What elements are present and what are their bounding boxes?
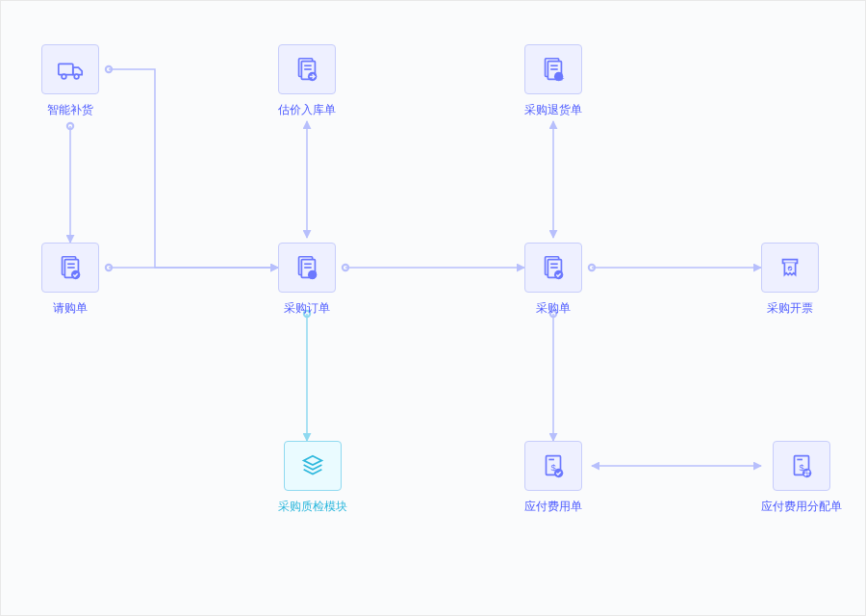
node-label: 应付费用分配单 xyxy=(761,499,842,515)
node-label: 采购退货单 xyxy=(524,102,582,118)
doc-arrow-icon xyxy=(278,44,336,94)
invoice-icon xyxy=(761,243,819,293)
doc-check-icon xyxy=(41,243,99,293)
doc-check-icon xyxy=(524,243,582,293)
node-payable-alloc[interactable]: $ 应付费用分配单 xyxy=(761,441,842,515)
doc-return-icon: 退 xyxy=(524,44,582,94)
node-label: 估价入库单 xyxy=(278,102,336,118)
node-purchase-invoice[interactable]: 采购开票 xyxy=(761,243,819,317)
node-purchase-return[interactable]: 退 采购退货单 xyxy=(524,44,582,118)
node-label: 采购开票 xyxy=(767,300,813,317)
node-payable[interactable]: $ 应付费用单 xyxy=(524,441,582,515)
svg-text:退: 退 xyxy=(555,73,563,80)
truck-icon xyxy=(41,44,99,94)
svg-point-49 xyxy=(802,469,811,477)
node-purchase-order[interactable]: 订 采购订单 xyxy=(278,243,336,317)
svg-text:订: 订 xyxy=(309,271,316,278)
node-purchase-request[interactable]: 请购单 xyxy=(41,243,99,317)
doc-money-swap-icon: $ xyxy=(773,441,830,491)
node-label: 采购单 xyxy=(536,300,571,317)
node-purchase-doc[interactable]: 采购单 xyxy=(524,243,582,317)
node-label: 采购质检模块 xyxy=(278,499,347,515)
node-label: 请购单 xyxy=(53,300,88,317)
svg-point-13 xyxy=(74,74,79,79)
svg-point-12 xyxy=(62,74,66,79)
node-smart-replenish[interactable]: 智能补货 xyxy=(41,44,99,118)
doc-money-icon: $ xyxy=(524,441,582,491)
svg-rect-11 xyxy=(59,64,73,74)
node-label: 应付费用单 xyxy=(524,499,582,515)
node-label: 智能补货 xyxy=(47,102,93,118)
node-valuation-inbound[interactable]: 估价入库单 xyxy=(278,44,336,118)
connector-lines xyxy=(1,1,866,616)
node-label: 采购订单 xyxy=(284,300,330,317)
node-qc-module[interactable]: 采购质检模块 xyxy=(278,441,347,515)
doc-tag-icon: 订 xyxy=(278,243,336,293)
stack-icon xyxy=(284,441,342,491)
